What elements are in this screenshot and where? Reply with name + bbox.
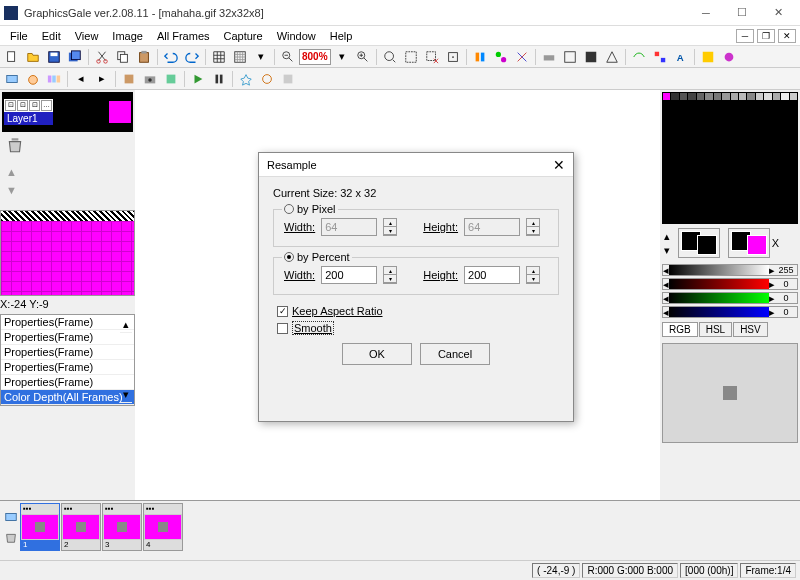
history-item[interactable]: Properties(Frame) bbox=[1, 315, 134, 330]
layer-name[interactable]: Layer1 bbox=[4, 112, 53, 125]
close-button[interactable]: ✕ bbox=[760, 3, 796, 23]
color-palette[interactable] bbox=[662, 92, 798, 224]
history-item[interactable]: Properties(Frame) bbox=[1, 375, 134, 390]
maximize-button[interactable]: ☐ bbox=[724, 3, 760, 23]
anim-icon[interactable] bbox=[2, 70, 22, 88]
frame-1[interactable]: ▪▪▪1 bbox=[20, 503, 60, 551]
menu-edit[interactable]: Edit bbox=[36, 28, 67, 44]
pixel-height-spinner[interactable]: ▴▾ bbox=[526, 218, 540, 236]
select-rect-icon[interactable] bbox=[401, 48, 421, 66]
zoom-level[interactable]: 800% bbox=[299, 49, 331, 65]
text-icon[interactable]: A bbox=[671, 48, 691, 66]
onion-icon[interactable] bbox=[23, 70, 43, 88]
scroll-down-icon[interactable]: ▾ bbox=[123, 388, 129, 401]
minimize-button[interactable]: ─ bbox=[688, 3, 724, 23]
fg-bg-colors[interactable] bbox=[678, 228, 720, 258]
by-pixel-radio[interactable] bbox=[284, 204, 294, 214]
pixel-width-spinner[interactable]: ▴▾ bbox=[383, 218, 397, 236]
percent-width-input[interactable] bbox=[321, 266, 377, 284]
cancel-button[interactable]: Cancel bbox=[420, 343, 490, 365]
history-item[interactable]: Properties(Frame) bbox=[1, 360, 134, 375]
layer-down-icon[interactable]: ▼ bbox=[6, 184, 18, 196]
cam-icon[interactable] bbox=[140, 70, 160, 88]
tool1-icon[interactable] bbox=[470, 48, 490, 66]
grid2-icon[interactable] bbox=[230, 48, 250, 66]
history-item[interactable]: Properties(Frame) bbox=[1, 330, 134, 345]
paste-icon[interactable] bbox=[134, 48, 154, 66]
mdi-close-button[interactable]: ✕ bbox=[778, 29, 796, 43]
pal-down-icon[interactable]: ▾ bbox=[664, 244, 670, 257]
tool4-icon[interactable] bbox=[539, 48, 559, 66]
new-icon[interactable] bbox=[2, 48, 22, 66]
tool2-icon[interactable] bbox=[491, 48, 511, 66]
history-item-selected[interactable]: Color Depth(All Frames) bbox=[1, 390, 134, 405]
menu-image[interactable]: Image bbox=[106, 28, 149, 44]
frames-trash-icon[interactable] bbox=[4, 530, 18, 546]
rec-icon[interactable] bbox=[119, 70, 139, 88]
dialog-close-icon[interactable]: ✕ bbox=[553, 157, 565, 173]
gray-gradient[interactable]: ◂▸255 bbox=[662, 264, 798, 276]
scroll-up-icon[interactable]: ▴ bbox=[123, 318, 129, 331]
tool8-icon[interactable] bbox=[629, 48, 649, 66]
menu-capture[interactable]: Capture bbox=[218, 28, 269, 44]
history-panel[interactable]: Properties(Frame) Properties(Frame) Prop… bbox=[0, 314, 135, 406]
frame-4[interactable]: ▪▪▪4 bbox=[143, 503, 183, 551]
menu-window[interactable]: Window bbox=[271, 28, 322, 44]
save-icon[interactable] bbox=[44, 48, 64, 66]
red-slider[interactable]: ◂▸0 bbox=[662, 278, 798, 290]
history-item[interactable]: Properties(Frame) bbox=[1, 345, 134, 360]
tab-rgb[interactable]: RGB bbox=[662, 322, 698, 337]
frames-icon[interactable] bbox=[44, 70, 64, 88]
tool10-icon[interactable] bbox=[698, 48, 718, 66]
percent-height-spinner[interactable]: ▴▾ bbox=[526, 266, 540, 284]
redo-icon[interactable] bbox=[182, 48, 202, 66]
ok-button[interactable]: OK bbox=[342, 343, 412, 365]
fx1-icon[interactable] bbox=[236, 70, 256, 88]
tool11-icon[interactable] bbox=[719, 48, 739, 66]
frame-2[interactable]: ▪▪▪2 bbox=[61, 503, 101, 551]
menu-help[interactable]: Help bbox=[324, 28, 359, 44]
pixel-width-input[interactable] bbox=[321, 218, 377, 236]
open-icon[interactable] bbox=[23, 48, 43, 66]
preview-grid[interactable] bbox=[1, 221, 134, 295]
keep-aspect-checkbox[interactable]: ✓ bbox=[277, 306, 288, 317]
frame-3[interactable]: ▪▪▪3 bbox=[102, 503, 142, 551]
blue-slider[interactable]: ◂▸0 bbox=[662, 306, 798, 318]
pixel-height-input[interactable] bbox=[464, 218, 520, 236]
mdi-minimize-button[interactable]: ─ bbox=[736, 29, 754, 43]
pal-up-icon[interactable]: ▴ bbox=[664, 230, 670, 243]
pause-icon[interactable] bbox=[209, 70, 229, 88]
layer-panel[interactable]: ⊡⊡⊡… Layer1 bbox=[2, 92, 133, 132]
layer-up-icon[interactable]: ▲ bbox=[6, 166, 18, 178]
tool3-icon[interactable] bbox=[512, 48, 532, 66]
zoomout-icon[interactable] bbox=[278, 48, 298, 66]
grid-icon[interactable] bbox=[209, 48, 229, 66]
mdi-restore-button[interactable]: ❐ bbox=[757, 29, 775, 43]
tool7-icon[interactable] bbox=[602, 48, 622, 66]
smooth-checkbox[interactable] bbox=[277, 323, 288, 334]
green-slider[interactable]: ◂▸0 bbox=[662, 292, 798, 304]
tab-hsv[interactable]: HSV bbox=[733, 322, 768, 337]
clip-icon[interactable] bbox=[161, 70, 181, 88]
percent-width-spinner[interactable]: ▴▾ bbox=[383, 266, 397, 284]
fg-bg-colors-2[interactable]: X bbox=[728, 228, 770, 258]
tab-hsl[interactable]: HSL bbox=[699, 322, 732, 337]
deselect-icon[interactable] bbox=[422, 48, 442, 66]
zoomin-icon[interactable] bbox=[353, 48, 373, 66]
dropdown-icon[interactable]: ▾ bbox=[251, 48, 271, 66]
menu-allframes[interactable]: All Frames bbox=[151, 28, 216, 44]
tool9-icon[interactable] bbox=[650, 48, 670, 66]
cut-icon[interactable] bbox=[92, 48, 112, 66]
frames-tool-icon[interactable] bbox=[4, 510, 18, 526]
prev-icon[interactable]: ▸ bbox=[92, 70, 112, 88]
tool5-icon[interactable] bbox=[560, 48, 580, 66]
by-percent-radio[interactable] bbox=[284, 252, 294, 262]
zoomdrop-icon[interactable]: ▾ bbox=[332, 48, 352, 66]
snap-icon[interactable] bbox=[443, 48, 463, 66]
trash-icon[interactable] bbox=[6, 136, 24, 154]
fx3-icon[interactable] bbox=[278, 70, 298, 88]
percent-height-input[interactable] bbox=[464, 266, 520, 284]
fit-icon[interactable] bbox=[380, 48, 400, 66]
tool6-icon[interactable] bbox=[581, 48, 601, 66]
menu-file[interactable]: File bbox=[4, 28, 34, 44]
